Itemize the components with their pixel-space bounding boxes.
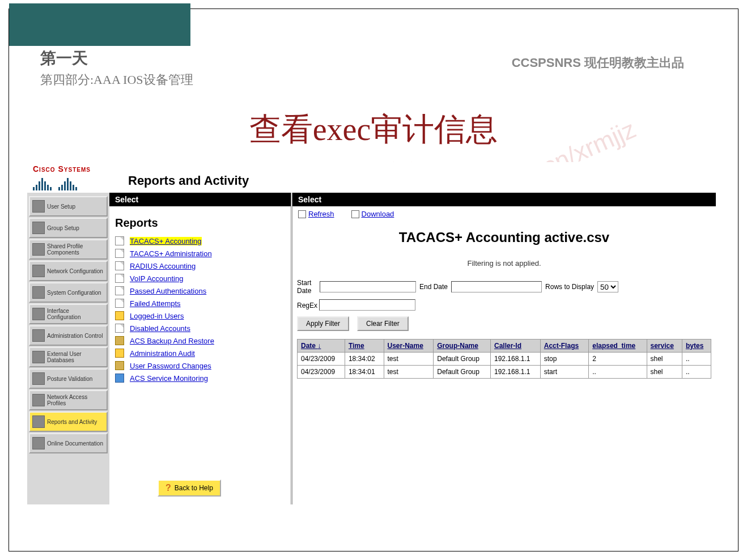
report-tacacs-acct[interactable]: TACACS+ Accounting [130, 237, 202, 245]
col-bytes[interactable]: bytes [682, 340, 711, 353]
interface-icon [32, 308, 45, 320]
report-logged-in[interactable]: Logged-in Users [130, 312, 184, 320]
nav-user-setup[interactable]: User Setup [29, 196, 108, 217]
report-backup[interactable]: ACS Backup And Restore [130, 337, 214, 345]
report-voip-acct[interactable]: VoIP Accounting [130, 274, 183, 283]
decorative-block [9, 3, 190, 46]
report-tacacs-admin[interactable]: TACACS+ Administration [130, 249, 212, 258]
doc-icon [115, 349, 124, 358]
filter-status: Filtering is not applied. [292, 259, 716, 268]
doc-icon [115, 374, 124, 383]
table-row: 04/23/2009 18:34:02 test Default Group 1… [298, 353, 711, 366]
doc-icon [115, 236, 124, 245]
col-caller[interactable]: Caller-Id [491, 340, 541, 353]
cisco-logo-text: Cisco Systems [33, 164, 124, 173]
nav-shared-profile[interactable]: Shared Profile Components [29, 239, 108, 260]
sort-down-icon: ↓ [317, 342, 321, 350]
db-icon [32, 351, 45, 363]
nav-posture[interactable]: Posture Validation [29, 368, 108, 389]
doc-icon [115, 261, 124, 270]
clear-filter-button[interactable]: Clear Filter [357, 316, 409, 331]
col-elapsed[interactable]: elapsed_time [589, 340, 647, 353]
report-service-mon[interactable]: ACS Service Monitoring [130, 374, 208, 383]
col-date[interactable]: Date ↓ [298, 340, 345, 353]
nav-net-access[interactable]: Network Access Profiles [29, 390, 108, 410]
report-radius-acct[interactable]: RADIUS Accounting [130, 262, 196, 270]
rows-display-label: Rows to Display [545, 283, 594, 291]
refresh-icon [298, 210, 306, 218]
main-title: 查看exec审计信息 [9, 108, 738, 151]
end-date-label: End Date [419, 283, 448, 291]
col-user[interactable]: User-Name [384, 340, 434, 353]
nav-group-setup[interactable]: Group Setup [29, 218, 108, 238]
day-label: 第一天 [40, 48, 193, 69]
posture-icon [32, 372, 45, 385]
start-date-input[interactable] [320, 281, 416, 292]
accounting-table: Date ↓ Time User-Name Group-Name Caller-… [297, 339, 711, 379]
rows-display-select[interactable]: 50 [597, 281, 618, 292]
nav-external-db[interactable]: External User Databases [29, 347, 108, 367]
content-panel: Select Refresh Download TACACS+ Accounti… [291, 193, 716, 504]
netaccess-icon [32, 394, 45, 406]
network-icon [32, 265, 45, 277]
col-group[interactable]: Group-Name [434, 340, 491, 353]
nav-reports[interactable]: Reports and Activity [29, 411, 108, 432]
col-service[interactable]: service [647, 340, 682, 353]
start-date-label: Start Date [297, 279, 316, 295]
select-bar-left: Select [109, 193, 291, 206]
regex-label: RegEx [297, 302, 317, 309]
doc-icon [115, 299, 124, 308]
back-to-help-button[interactable]: ? Back to Help [158, 480, 221, 497]
download-link[interactable]: Download [351, 210, 394, 218]
table-row: 04/23/2009 18:34:01 test Default Group 1… [298, 366, 711, 379]
doc-icon [32, 437, 45, 449]
user-icon [32, 200, 45, 213]
reports-icon [32, 415, 45, 428]
doc-icon [115, 286, 124, 295]
report-pwd-changes[interactable]: User Password Changes [130, 362, 211, 370]
report-passed-auth[interactable]: Passed Authentications [130, 287, 206, 295]
download-icon [351, 210, 359, 218]
report-failed-attempts[interactable]: Failed Attempts [130, 299, 181, 308]
nav-online-doc[interactable]: Online Documentation [29, 433, 108, 453]
title-mid: exec [313, 112, 371, 147]
admin-icon [32, 329, 45, 342]
left-nav: User Setup Group Setup Shared Profile Co… [27, 193, 109, 504]
doc-icon [115, 324, 124, 333]
nav-admin-control[interactable]: Administration Control [29, 325, 108, 346]
cisco-logo-icon [33, 175, 124, 190]
question-icon: ? [165, 483, 171, 493]
select-bar-right: Select [292, 193, 716, 206]
doc-icon [115, 311, 124, 320]
system-icon [32, 286, 45, 299]
refresh-link[interactable]: Refresh [298, 210, 334, 218]
doc-icon [115, 249, 124, 258]
doc-icon [115, 274, 124, 283]
course-label: CCSPSNRS 现任明教教主出品 [512, 54, 684, 71]
group-icon [32, 222, 45, 234]
nav-system-config[interactable]: System Configuration [29, 282, 108, 303]
col-flags[interactable]: Acct-Flags [540, 340, 588, 353]
title-post: 审计信息 [371, 112, 498, 147]
end-date-input[interactable] [451, 281, 542, 292]
folder-icon [115, 336, 124, 345]
nav-interface-config[interactable]: Interface Configuration [29, 304, 108, 324]
apply-filter-button[interactable]: Apply Filter [297, 316, 349, 331]
app-frame: Cisco Systems Reports and Activity User … [27, 162, 716, 514]
nav-network-config[interactable]: Network Configuration [29, 261, 108, 281]
reports-heading: Reports [115, 217, 291, 230]
report-admin-audit[interactable]: Administration Audit [130, 349, 195, 358]
frame-title: Reports and Activity [128, 173, 249, 188]
csv-title: TACACS+ Accounting active.csv [292, 230, 716, 245]
report-disabled[interactable]: Disabled Accounts [130, 324, 190, 333]
title-pre: 查看 [249, 112, 313, 147]
section-label: 第四部分:AAA IOS设备管理 [40, 71, 193, 88]
regex-input[interactable] [319, 299, 415, 311]
reports-panel: Select Reports TACACS+ Accounting TACACS… [109, 193, 291, 504]
profile-icon [32, 243, 45, 256]
folder-icon [115, 361, 124, 370]
col-time[interactable]: Time [345, 340, 384, 353]
